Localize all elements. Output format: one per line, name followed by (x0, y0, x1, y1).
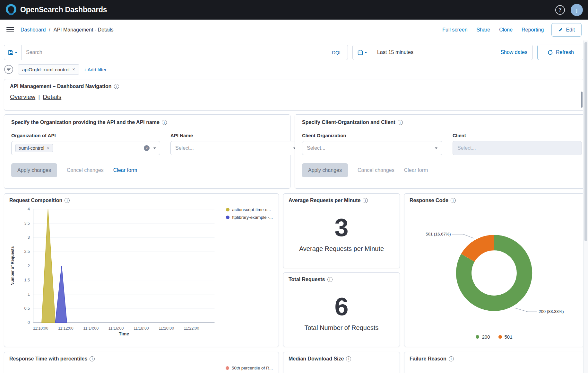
share-link[interactable]: Share (477, 27, 490, 33)
apply-changes-button[interactable]: Apply changes (11, 163, 57, 177)
nav-link-overview[interactable]: Overview (10, 93, 35, 101)
remove-filter-icon[interactable]: × (73, 67, 75, 72)
svg-text:11:14:00: 11:14:00 (83, 326, 99, 331)
breadcrumb-dashboard[interactable]: Dashboard (21, 27, 46, 33)
svg-text:2: 2 (28, 264, 30, 268)
select-placeholder: Select... (457, 145, 476, 151)
svg-text:11:12:00: 11:12:00 (58, 326, 74, 331)
add-filter-button[interactable]: + Add filter (84, 67, 107, 72)
apply-changes-button[interactable]: Apply changes (302, 163, 348, 177)
reporting-link[interactable]: Reporting (522, 27, 544, 33)
search-input[interactable] (22, 49, 326, 55)
panel-dashboard-navigation: API Management – Dashboard Navigation i … (4, 79, 584, 111)
donut-chart[interactable]: 501 (16.67%)200 (83.33%) (410, 203, 579, 332)
page-title: API Management - Details (54, 27, 114, 33)
legend-item[interactable]: 200 (476, 334, 490, 340)
time-range-value[interactable]: Last 15 minutes (372, 49, 495, 55)
svg-text:4: 4 (28, 207, 30, 211)
select-placeholder: Select... (175, 145, 194, 151)
chevron-down-icon (365, 52, 367, 53)
opensearch-logo[interactable]: OpenSearchDashboards (5, 4, 107, 16)
selected-org-label: xuml-control (19, 146, 44, 151)
opensearch-logo-icon (5, 4, 17, 16)
brand-text: OpenSearchDashboards (20, 5, 107, 14)
save-icon (8, 50, 13, 55)
filter-icon[interactable] (4, 65, 13, 74)
metric-label: Total Number of Requests (304, 324, 378, 332)
info-icon[interactable]: i (346, 356, 351, 361)
forms-row: Specify the Organization providing the A… (4, 114, 584, 189)
show-dates-button[interactable]: Show dates (495, 49, 532, 55)
legend-label: 50th percentile of R... (232, 366, 273, 370)
query-language-button[interactable]: DQL (326, 50, 348, 55)
cancel-changes-button[interactable]: Cancel changes (358, 167, 394, 173)
save-query-button[interactable] (4, 45, 22, 60)
clear-form-button[interactable]: Clear form (113, 167, 137, 173)
area-chart[interactable]: 00.511.522.533.5411:10:0011:12:0011:14:0… (9, 203, 273, 337)
info-icon[interactable]: i (162, 120, 167, 125)
page-scrollbar[interactable] (583, 40, 588, 373)
legend-swatch (226, 208, 229, 211)
panel-scrollbar[interactable] (581, 92, 583, 108)
svg-text:Time: Time (119, 331, 129, 336)
legend-item[interactable]: 501 (498, 334, 513, 340)
legend-item[interactable]: actionscript-time-c... (226, 207, 273, 212)
edit-button[interactable]: Edit (551, 23, 582, 37)
breadcrumb-separator: / (49, 27, 50, 33)
menu-icon[interactable] (4, 24, 16, 36)
calendar-button[interactable] (353, 45, 372, 60)
clear-combobox-icon[interactable]: × (144, 145, 150, 151)
organization-combobox[interactable]: xuml-control × × (11, 141, 160, 155)
info-icon[interactable]: i (449, 356, 454, 361)
brand-secondary: Dashboards (65, 5, 107, 14)
info-icon[interactable]: i (363, 198, 368, 203)
svg-text:0: 0 (28, 320, 30, 325)
svg-text:11:16:00: 11:16:00 (108, 326, 124, 331)
info-icon[interactable]: i (398, 120, 403, 125)
panel-client-form: Specify Client-Organization and Client i… (295, 114, 588, 189)
donut-legend: 200 501 (410, 332, 579, 343)
info-icon[interactable]: i (90, 356, 95, 361)
clear-form-button[interactable]: Clear form (404, 167, 428, 173)
chrome-bar: Dashboard / API Management - Details Ful… (0, 20, 588, 40)
panel-response-time-percentiles: Response Time with percentiles i 50th pe… (4, 352, 279, 373)
remove-selection-icon[interactable]: × (47, 146, 49, 151)
info-icon[interactable]: i (327, 277, 333, 282)
info-icon[interactable]: i (65, 198, 70, 203)
cancel-changes-button[interactable]: Cancel changes (67, 167, 104, 173)
legend-item[interactable]: 50th percentile of R... (226, 366, 273, 370)
top-header: OpenSearchDashboards ? j (0, 0, 588, 20)
scrollbar-thumb[interactable] (584, 42, 587, 241)
brand-primary: OpenSearch (20, 5, 63, 14)
api-name-select[interactable]: Select... (170, 141, 301, 155)
clone-link[interactable]: Clone (499, 27, 513, 33)
info-icon[interactable]: i (451, 198, 456, 203)
panel-failure-reason: Failure Reason i (404, 352, 584, 373)
legend-item[interactable]: ftplibrary-example -... (226, 215, 273, 220)
client-org-label: Client Organization (302, 133, 442, 138)
svg-text:0.5: 0.5 (24, 306, 30, 311)
toolbar-links: Full screen Share Clone Reporting (442, 27, 544, 33)
svg-text:501 (16.67%): 501 (16.67%) (426, 232, 451, 236)
help-icon[interactable]: ? (555, 5, 565, 15)
metric-value: 6 (334, 294, 348, 319)
full-screen-link[interactable]: Full screen (442, 27, 467, 33)
nav-link-details[interactable]: Details (43, 93, 61, 101)
metric-visualization: 3 Average Requests per Minute (289, 203, 394, 264)
selected-org-pill[interactable]: xuml-control × (15, 144, 53, 152)
filter-pill-apiorgid[interactable]: apiOrgId: xuml-control × (18, 64, 79, 75)
client-org-select[interactable]: Select... (302, 141, 442, 155)
svg-text:11:10:00: 11:10:00 (33, 326, 48, 331)
legend-label: 501 (505, 334, 513, 340)
info-icon[interactable]: i (114, 84, 119, 89)
breadcrumb: Dashboard / API Management - Details (21, 27, 113, 33)
svg-text:200 (83.33%): 200 (83.33%) (539, 309, 564, 314)
svg-text:1.5: 1.5 (24, 278, 30, 282)
legend-label: actionscript-time-c... (232, 207, 271, 212)
client-field: Client Select... (453, 133, 582, 155)
user-avatar[interactable]: j (571, 4, 583, 16)
edit-button-label: Edit (566, 27, 575, 33)
panel-title: Average Requests per Minute (289, 198, 360, 203)
refresh-button[interactable]: Refresh (537, 45, 584, 60)
calendar-icon (358, 50, 363, 55)
